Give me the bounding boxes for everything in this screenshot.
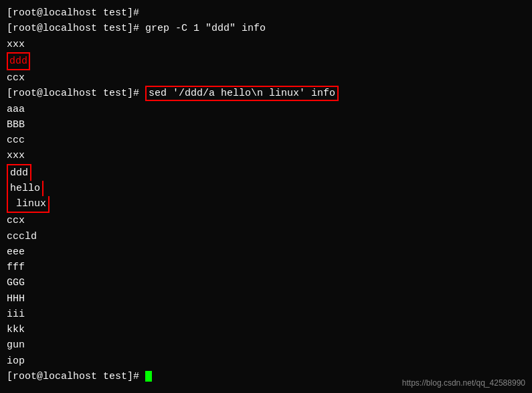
line-7: aaa xyxy=(7,102,525,117)
line-21: kkk xyxy=(7,322,525,337)
prompt-3: [root@localhost test]# xyxy=(7,88,145,99)
line-15: cccld xyxy=(7,229,525,244)
sed-command: sed '/ddd/a hello\n linux' info xyxy=(145,86,339,101)
line-19: HHH xyxy=(7,291,525,307)
line-1: [root@localhost test]# xyxy=(7,5,525,21)
line-8: BBB xyxy=(7,117,525,133)
ddd-highlight: ddd xyxy=(7,52,30,70)
line-16: eee xyxy=(7,244,525,260)
block-hello: hello xyxy=(7,181,43,196)
line-6: [root@localhost test]# sed '/ddd/a hello… xyxy=(7,86,525,101)
line-9: ccc xyxy=(7,133,525,148)
watermark: https://blog.csdn.net/qq_42588990 xyxy=(402,378,525,388)
line-10: xxx xyxy=(7,148,525,163)
line-11: ddd xyxy=(7,164,525,181)
line-18: GGG xyxy=(7,275,525,291)
prompt-final: [root@localhost test]# xyxy=(7,371,145,382)
line-3: xxx xyxy=(7,37,525,52)
block-linux: linux xyxy=(7,196,50,213)
line-13: linux xyxy=(7,196,525,213)
line-22: gun xyxy=(7,337,525,353)
block-ddd: ddd xyxy=(7,164,31,181)
line-5: ccx xyxy=(7,70,525,86)
line-23: iop xyxy=(7,353,525,369)
line-14: ccx xyxy=(7,213,525,228)
line-12: hello xyxy=(7,181,525,196)
prompt-2: [root@localhost test]# grep -C 1 "ddd" i… xyxy=(7,23,266,34)
line-20: iii xyxy=(7,307,525,322)
cursor xyxy=(145,371,152,382)
line-17: fff xyxy=(7,260,525,275)
line-4: ddd xyxy=(7,52,525,70)
terminal: [root@localhost test]# [root@localhost t… xyxy=(0,0,532,390)
line-2: [root@localhost test]# grep -C 1 "ddd" i… xyxy=(7,21,525,36)
prompt-1: [root@localhost test]# xyxy=(7,7,139,19)
